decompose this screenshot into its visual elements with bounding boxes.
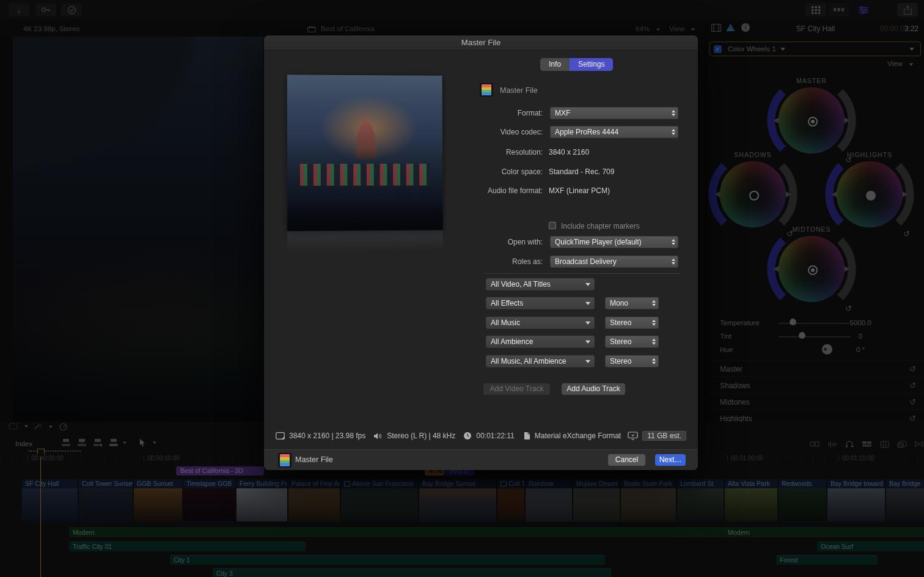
city-hall-dome — [356, 122, 376, 159]
tab-info[interactable]: Info — [540, 58, 570, 71]
dialog-title: Master File — [264, 35, 698, 51]
role-channel-select[interactable]: Mono — [605, 297, 659, 309]
monitor-check-icon — [628, 432, 638, 440]
export-type-label: Master File — [500, 86, 538, 95]
role-select[interactable]: All Video, All Titles — [486, 278, 595, 290]
video-codec-select[interactable]: Apple ProRes 4444 — [550, 126, 678, 138]
document-icon — [524, 432, 530, 440]
city-hall-lights — [300, 164, 431, 186]
open-with-select[interactable]: QuickTime Player (default) — [550, 236, 678, 248]
divider — [484, 273, 681, 274]
field-label-video-codec: Video codec: — [439, 128, 543, 136]
tab-settings[interactable]: Settings — [570, 58, 613, 71]
field-label-resolution: Resolution: — [439, 148, 543, 156]
cancel-button[interactable]: Cancel — [608, 454, 645, 466]
field-label-format: Format: — [439, 109, 543, 117]
role-channel-select[interactable]: Stereo — [605, 317, 659, 329]
chapter-markers-label: Include chapter markers — [561, 222, 640, 230]
field-label-color-space: Color space: — [439, 167, 543, 176]
master-file-icon — [278, 453, 292, 468]
master-file-dialog: Master File Info Settings Master File Fo… — [264, 35, 698, 469]
role-select[interactable]: All Ambience — [486, 336, 595, 348]
status-resolution-fps: 3840 x 2160 | 23.98 fps — [289, 432, 365, 440]
dialog-footer: Master File Cancel Next… — [264, 449, 698, 470]
resolution-value: 3840 x 2160 — [549, 148, 589, 156]
status-container: Material eXchange Format — [535, 432, 621, 440]
status-audio: Stereo (L R) | 48 kHz — [387, 432, 455, 440]
display-icon — [276, 432, 285, 439]
dialog-footer-name: Master File — [295, 455, 333, 464]
preview-reflection — [287, 230, 443, 252]
speaker-icon — [373, 432, 383, 440]
dialog-tabs: Info Settings — [540, 58, 613, 71]
field-label-roles-as: Roles as: — [439, 257, 543, 266]
role-channel-select[interactable]: Stereo — [605, 355, 659, 367]
roles-as-select[interactable]: Broadcast Delivery — [550, 255, 678, 268]
role-select[interactable]: All Music — [486, 317, 595, 329]
role-select[interactable]: All Music, All Ambience — [486, 355, 595, 367]
fcpx-window: ↓ 4K 23.98p, Stereo B — [0, 0, 924, 577]
format-select[interactable]: MXF — [550, 107, 678, 119]
status-duration: 00:01:22:11 — [476, 432, 515, 440]
role-select[interactable]: All Effects — [486, 297, 595, 309]
master-file-type-icon — [480, 83, 493, 97]
file-size-estimate-badge: 11 GB est. — [642, 431, 686, 441]
export-preview-image — [287, 75, 443, 231]
next-button[interactable]: Next… — [655, 454, 686, 466]
role-channel-select[interactable]: Stereo — [605, 336, 659, 348]
add-audio-track-button[interactable]: Add Audio Track — [562, 383, 625, 395]
export-summary-bar: 3840 x 2160 | 23.98 fps Stereo (L R) | 4… — [276, 430, 686, 441]
field-label-audio-format: Audio file format: — [439, 186, 543, 195]
clock-icon — [463, 432, 472, 440]
add-video-track-button: Add Video Track — [483, 383, 550, 395]
field-label-open-with: Open with: — [439, 238, 543, 246]
audio-format-value: MXF (Linear PCM) — [549, 186, 610, 195]
chapter-markers-checkbox[interactable] — [549, 222, 556, 229]
color-space-value: Standard - Rec. 709 — [549, 167, 614, 176]
